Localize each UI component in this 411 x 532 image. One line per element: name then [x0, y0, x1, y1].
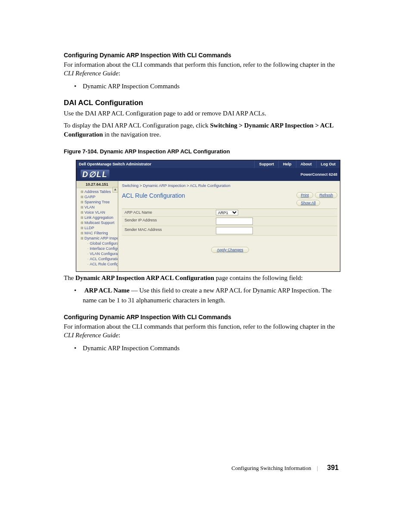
tree-node[interactable]: VLAN — [77, 205, 118, 210]
text-run: The — [64, 274, 75, 281]
logo-row: D∅LL PowerConnect 6248 — [76, 168, 340, 181]
tree-leaf[interactable]: Interface Configu — [84, 246, 118, 251]
print-button[interactable]: Print — [296, 192, 313, 198]
tree-node[interactable]: LLDP — [77, 225, 118, 230]
body-paragraph: Use the DAI ARP ACL Configuration page t… — [64, 109, 339, 118]
dell-logo: D∅LL — [81, 170, 109, 179]
panel-actions: Print Refresh Show All — [296, 192, 337, 206]
text-run: : — [118, 70, 120, 77]
field-name: ARP ACL Name — [84, 287, 130, 294]
tree-node[interactable]: Spanning Tree — [77, 199, 118, 205]
embedded-screenshot: Dell OpenManage Switch Administrator Sup… — [76, 160, 340, 272]
footer-separator: | — [317, 465, 318, 471]
bullet-list: Dynamic ARP Inspection Commands — [64, 81, 339, 91]
body-paragraph: For information about the CLI commands t… — [64, 60, 339, 78]
field-label: Sender MAC Address — [122, 226, 213, 235]
admin-topbar: Dell OpenManage Switch Administrator Sup… — [76, 160, 340, 168]
admin-body: 10.27.64.151 ▲ Address Tables GARP Spann… — [76, 181, 340, 271]
section-heading: DAI ACL Configuration — [64, 99, 339, 107]
bullet-list: ARP ACL Name — Use this field to create … — [64, 286, 339, 305]
page-number: 391 — [327, 464, 339, 471]
config-form: ARP ACL Name ARP1 Sender IP Address Send… — [122, 208, 337, 253]
tree-node[interactable]: Link Aggregation — [77, 215, 118, 220]
text-run: : — [118, 332, 120, 339]
tree-leaf[interactable]: VLAN Configurat — [84, 251, 118, 256]
page-footer: Configuring Switching Information | 391 — [231, 464, 339, 472]
device-ip: 10.27.64.151 — [76, 181, 118, 188]
scroll-up-icon[interactable]: ▲ — [112, 187, 118, 193]
text-run: in the navigation tree. — [103, 131, 161, 138]
tree-leaf[interactable]: ACL Rule Config — [84, 261, 118, 267]
text-run: For information about the CLI commands t… — [64, 323, 335, 330]
nav-help[interactable]: Help — [278, 160, 296, 168]
apply-changes-button[interactable]: Apply Changes — [211, 247, 249, 253]
body-paragraph: To display the DAI ARP ACL Configuration… — [64, 121, 339, 139]
subsection-heading: Configuring Dynamic ARP Inspection With … — [64, 52, 339, 59]
tree-leaf[interactable]: Global Configurat — [84, 241, 118, 246]
figure-caption: Figure 7-104. Dynamic ARP Inspection ARP… — [64, 148, 339, 155]
nav-support[interactable]: Support — [254, 160, 278, 168]
breadcrumb: Switching > Dynamic ARP Inspection > ACL… — [122, 183, 337, 191]
main-panel: Switching > Dynamic ARP Inspection > ACL… — [118, 181, 340, 271]
panel-title: ACL Rule Configuration — [122, 192, 185, 199]
body-paragraph: For information about the CLI commands t… — [64, 322, 339, 340]
product-name: PowerConnect 6248 — [300, 172, 337, 177]
nav-sidebar: 10.27.64.151 ▲ Address Tables GARP Spann… — [76, 181, 118, 271]
nav-about[interactable]: About — [296, 160, 316, 168]
text-run: page contains the following field: — [214, 274, 302, 281]
reference-title: CLI Reference Guide — [64, 70, 118, 77]
document-page: Configuring Dynamic ARP Inspection With … — [0, 0, 411, 532]
text-run: For information about the CLI commands t… — [64, 61, 335, 68]
page-name: Dynamic ARP Inspection ARP ACL Configura… — [75, 274, 214, 281]
tree-node[interactable]: Voice VLAN — [77, 210, 118, 215]
arp-acl-name-select[interactable]: ARP1 — [216, 210, 238, 215]
tree-node[interactable]: GARP — [77, 194, 118, 199]
bullet-list: Dynamic ARP Inspection Commands — [64, 343, 339, 353]
sender-ip-input[interactable] — [216, 218, 253, 225]
field-label: ARP ACL Name — [122, 209, 213, 216]
reference-title: CLI Reference Guide — [64, 332, 118, 339]
nav-logout[interactable]: Log Out — [316, 160, 340, 168]
list-item: ARP ACL Name — Use this field to create … — [83, 286, 339, 305]
body-paragraph: The Dynamic ARP Inspection ARP ACL Confi… — [64, 274, 339, 282]
refresh-button[interactable]: Refresh — [315, 192, 337, 198]
tree-subgroup: Global Configurat Interface Configu VLAN… — [77, 241, 118, 267]
subsection-heading: Configuring Dynamic ARP Inspection With … — [64, 314, 339, 320]
tree-node[interactable]: Address Tables — [77, 189, 118, 194]
tree-leaf[interactable]: ACL Configuratio — [84, 256, 118, 261]
tree-node[interactable]: Multicast Support — [77, 220, 118, 225]
list-item: Dynamic ARP Inspection Commands — [83, 343, 339, 353]
footer-section: Configuring Switching Information — [231, 465, 311, 471]
field-label: Sender IP Address — [122, 217, 213, 226]
sender-mac-input[interactable] — [216, 227, 253, 234]
tree-node[interactable]: Dynamic ARP Inspe — [77, 236, 118, 241]
tree-node[interactable]: MAC Filtering — [77, 230, 118, 236]
nav-tree: Address Tables GARP Spanning Tree VLAN V… — [76, 188, 118, 268]
text-run: To display the DAI ARP ACL Configuration… — [64, 122, 210, 129]
list-item: Dynamic ARP Inspection Commands — [83, 81, 339, 91]
showall-button[interactable]: Show All — [296, 200, 320, 206]
admin-title: Dell OpenManage Switch Administrator — [76, 162, 254, 166]
